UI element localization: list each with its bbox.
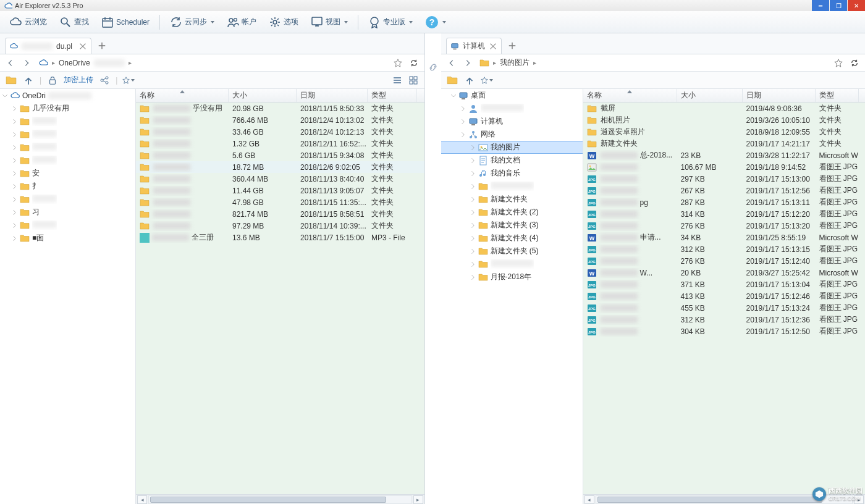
add-tab-button[interactable] [505,39,519,52]
tree-item[interactable]: 新建文件夹 [441,193,583,206]
view-button[interactable]: 视图 [306,14,353,31]
chevron-right-icon[interactable] [470,274,477,281]
file-row[interactable]: 297 KB 2019/1/17 15:13:00 看图王 JPG [583,173,866,185]
tree-item[interactable] [441,258,583,271]
breadcrumb[interactable]: ▸ OneDrive ▸ [36,58,389,68]
tree-item[interactable]: 几乎没有用 [0,102,135,115]
maximize-button[interactable]: ❐ [830,0,847,11]
tree-item[interactable]: 新建文件夹 (5) [441,245,583,258]
file-row[interactable]: 相机照片 2019/3/26 10:05:10 文件夹 [583,114,866,126]
file-row[interactable]: 申请... 34 KB 2019/1/25 8:55:19 Microsoft … [583,232,866,243]
tree-item[interactable] [441,102,583,115]
col-date[interactable]: 日期 [743,89,816,102]
tree-item[interactable]: 计算机 [441,115,583,128]
left-rows[interactable]: 乎没有用 20.98 GB 2018/11/15 8:50:33 文件夹 766… [136,103,424,494]
scroll-thumb[interactable] [597,497,823,503]
col-type[interactable]: 类型 [816,89,859,102]
file-row[interactable]: 304 KB 2019/1/17 15:12:50 看图王 JPG [583,326,866,337]
file-row[interactable]: 截屏 2019/4/8 9:06:36 文件夹 [583,103,866,114]
tree-item[interactable]: 扌 [0,180,135,193]
file-row[interactable]: 47.98 GB 2018/11/15 11:35:... 文件夹 [136,196,424,208]
col-date[interactable]: 日期 [297,89,368,102]
scroll-thumb[interactable] [150,497,386,503]
chevron-down-icon[interactable] [1,92,9,99]
share-icon[interactable] [98,74,111,86]
file-row[interactable]: 18.72 MB 2018/12/6 9:02:05 文件夹 [136,161,424,173]
tree-item[interactable] [441,180,583,193]
tree-item[interactable] [0,115,135,128]
tree-item[interactable]: 我的音乐 [441,167,583,180]
star-menu-button[interactable] [122,74,135,86]
search-button[interactable]: 查找 [54,14,94,31]
chevron-right-icon[interactable] [470,183,477,190]
file-row[interactable]: 413 KB 2019/1/17 15:12:46 看图王 JPG [583,290,866,302]
upload-icon[interactable] [463,74,476,86]
tree-item[interactable] [0,128,135,141]
chevron-right-icon[interactable] [11,144,19,151]
chevron-right-icon[interactable] [11,235,19,242]
chevron-right-icon[interactable] [11,209,19,216]
file-row[interactable]: 总-2018... 23 KB 2019/3/28 11:22:17 Micro… [583,149,866,161]
file-row[interactable]: 33.46 GB 2018/12/4 10:12:13 文件夹 [136,126,424,138]
chevron-right-icon[interactable] [11,170,19,177]
scroll-left-button[interactable]: ◂ [584,495,594,504]
back-button[interactable] [445,56,458,70]
chevron-right-icon[interactable] [460,118,467,125]
h-scrollbar[interactable]: ◂ ▸ [136,494,424,504]
col-type[interactable]: 类型 [368,89,417,102]
tree-item[interactable] [0,141,135,154]
close-button[interactable]: ✕ [848,0,865,11]
col-size[interactable]: 大小 [229,89,297,102]
tree-item[interactable]: 习 [0,206,135,219]
file-row[interactable]: 全三册 13.6 MB 2018/11/7 15:15:00 MP3 - Fil… [136,232,424,243]
tree-root[interactable]: OneDri [0,89,135,102]
right-rows[interactable]: 截屏 2019/4/8 9:06:36 文件夹 相机照片 2019/3/26 1… [583,103,866,494]
chevron-right-icon[interactable] [470,209,477,216]
breadcrumb-item[interactable]: 我的图片 [500,57,530,68]
close-tab-icon[interactable] [78,42,87,51]
upload-icon[interactable] [22,74,35,86]
refresh-button[interactable] [848,56,861,70]
accounts-button[interactable]: 帐户 [222,14,261,31]
favorite-button[interactable] [391,56,405,70]
file-row[interactable]: 11.44 GB 2018/11/13 9:05:07 文件夹 [136,185,424,196]
file-row[interactable]: 276 KB 2019/1/17 15:13:20 看图王 JPG [583,220,866,232]
view-list-icon[interactable] [391,74,403,86]
right-tree[interactable]: 桌面计算机网络我的图片我的文档我的音乐新建文件夹新建文件夹 (2)新建文件夹 (… [441,89,583,504]
options-button[interactable]: 选项 [264,14,303,31]
tree-item[interactable]: ■面 [0,232,135,245]
star-menu-button[interactable] [481,74,493,86]
file-row[interactable]: W... 20 KB 2019/3/27 15:25:42 Microsoft … [583,267,866,279]
col-name[interactable]: 名称 [583,89,677,102]
tree-item[interactable]: 新建文件夹 (3) [441,219,583,232]
help-button[interactable] [420,13,451,32]
tree-root[interactable]: 桌面 [441,89,583,102]
file-row[interactable]: 乎没有用 20.98 GB 2018/11/15 8:50:33 文件夹 [136,103,424,114]
tree-item[interactable] [0,193,135,206]
file-row[interactable]: 新建文件夹 2019/1/17 14:21:17 文件夹 [583,138,866,149]
chevron-right-icon[interactable] [11,157,19,164]
chevron-right-icon[interactable] [11,131,19,138]
scheduler-button[interactable]: Scheduler [96,14,154,31]
right-tab[interactable]: 计算机 [446,38,502,54]
pane-splitter[interactable] [425,33,441,504]
chevron-right-icon[interactable] [11,105,19,112]
chevron-down-icon[interactable] [450,92,457,99]
file-row[interactable]: 360.44 MB 2018/11/13 8:40:40 文件夹 [136,173,424,185]
pro-button[interactable]: 专业版 [363,14,418,31]
chevron-right-icon[interactable] [11,118,19,125]
favorite-button[interactable] [832,56,845,70]
scroll-right-button[interactable]: ▸ [413,495,423,504]
back-button[interactable] [4,56,17,70]
chevron-right-icon[interactable] [460,131,467,138]
cloud-browse-button[interactable]: 云浏览 [5,14,52,31]
chevron-right-icon[interactable] [470,261,477,268]
file-row[interactable]: 1.32 GB 2018/12/11 16:52:... 文件夹 [136,138,424,149]
file-row[interactable]: 766.46 MB 2018/12/4 10:13:02 文件夹 [136,114,424,126]
tree-item[interactable]: 新建文件夹 (4) [441,232,583,245]
left-tree[interactable]: OneDri几乎没有用安扌习■面 [0,89,136,504]
add-tab-button[interactable] [95,39,109,52]
file-row[interactable]: 5.6 GB 2018/11/15 9:34:08 文件夹 [136,149,424,161]
encrypt-upload-link[interactable]: 加密上传 [64,75,93,85]
new-folder-icon[interactable] [446,74,458,86]
